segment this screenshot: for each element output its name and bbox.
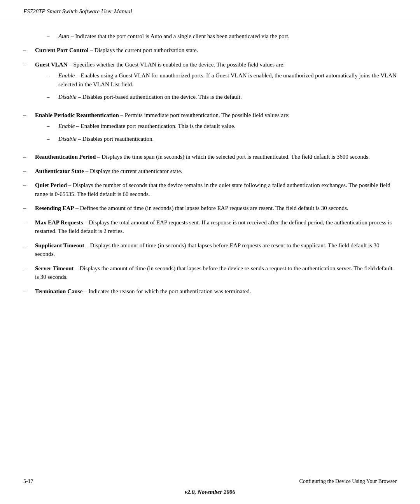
- item-text-enable-guest: Enable – Enables using a Guest VLAN for …: [58, 71, 397, 89]
- guest-vlan-container: Guest VLAN – Specifies whether the Guest…: [35, 60, 397, 105]
- list-item: – Enable – Enables using a Guest VLAN fo…: [35, 71, 397, 89]
- list-item: – Disable – Disables port reauthenticati…: [35, 135, 397, 144]
- dash-icon: –: [23, 181, 35, 190]
- item-text-supplicant-timeout: Supplicant Timeout – Displays the amount…: [35, 241, 397, 259]
- item-text-current-port-control: Current Port Control – Displays the curr…: [35, 46, 397, 55]
- item-text-server-timeout: Server Timeout – Displays the amount of …: [35, 264, 397, 282]
- item-text-max-eap: Max EAP Requests – Displays the total am…: [35, 218, 397, 236]
- list-item: – Resending EAP – Defines the amount of …: [23, 204, 397, 213]
- dash-icon: –: [23, 241, 35, 250]
- page-content: – Auto – Indicates that the port control…: [0, 20, 420, 473]
- reauth-sublist: – Enable – Enables immediate port reauth…: [35, 122, 397, 143]
- list-item: – Reauthentication Period – Displays the…: [23, 152, 397, 161]
- footer-page-number: 5-17: [23, 477, 33, 485]
- page-header: FS728TP Smart Switch Software User Manua…: [0, 0, 420, 20]
- dash-icon: –: [47, 122, 58, 131]
- dash-icon: –: [47, 135, 58, 144]
- item-text-enable-reauth: Enable – Enables immediate port reauthen…: [58, 122, 397, 131]
- dash-icon: –: [47, 32, 58, 41]
- item-text-disable-guest: Disable – Disables port-based authentica…: [58, 93, 397, 102]
- list-item: – Server Timeout – Displays the amount o…: [23, 264, 397, 282]
- page: FS728TP Smart Switch Software User Manua…: [0, 0, 420, 504]
- dash-icon: –: [23, 111, 35, 120]
- reauth-container: Enable Periodic Reauthentication – Permi…: [35, 111, 397, 147]
- list-item: – Enable Periodic Reauthentication – Per…: [23, 111, 397, 147]
- list-item: – Disable – Disables port-based authenti…: [35, 93, 397, 102]
- dash-icon: –: [23, 218, 35, 227]
- main-list: – Auto – Indicates that the port control…: [23, 32, 397, 296]
- list-item: – Quiet Period – Displays the number of …: [23, 181, 397, 198]
- list-item: – Guest VLAN – Specifies whether the Gue…: [23, 60, 397, 105]
- header-title: FS728TP Smart Switch Software User Manua…: [23, 7, 132, 16]
- list-item: – Current Port Control – Displays the cu…: [23, 46, 397, 55]
- item-text-authenticator-state: Authenticator State – Displays the curre…: [35, 167, 397, 176]
- item-text-guest-vlan: Guest VLAN – Specifies whether the Guest…: [35, 61, 285, 68]
- footer-section-title: Configuring the Device Using Your Browse…: [299, 477, 397, 485]
- dash-icon: –: [47, 71, 58, 80]
- dash-icon: –: [23, 264, 35, 273]
- item-text-disable-reauth: Disable – Disables port reauthentication…: [58, 135, 397, 144]
- list-item: – Auto – Indicates that the port control…: [23, 32, 397, 41]
- list-item: – Termination Cause – Indicates the reas…: [23, 287, 397, 296]
- dash-icon: –: [23, 287, 35, 296]
- dash-icon: –: [23, 152, 35, 161]
- list-item: – Enable – Enables immediate port reauth…: [35, 122, 397, 131]
- item-text-reauth-period: Reauthentication Period – Displays the t…: [35, 152, 397, 161]
- footer-top: 5-17 Configuring the Device Using Your B…: [23, 477, 397, 485]
- item-text-auto: Auto – Indicates that the port control i…: [58, 32, 397, 41]
- guest-vlan-sublist: – Enable – Enables using a Guest VLAN fo…: [35, 71, 397, 102]
- item-text-quiet-period: Quiet Period – Displays the number of se…: [35, 181, 397, 198]
- dash-icon: –: [23, 167, 35, 176]
- dash-icon: –: [47, 93, 58, 102]
- list-item: – Authenticator State – Displays the cur…: [23, 167, 397, 176]
- footer-version: v2.0, November 2006: [185, 488, 235, 497]
- page-footer: 5-17 Configuring the Device Using Your B…: [0, 473, 420, 504]
- item-text-resending-eap: Resending EAP – Defines the amount of ti…: [35, 204, 397, 213]
- item-text-enable-periodic-reauth: Enable Periodic Reauthentication – Permi…: [35, 112, 290, 118]
- list-item: – Supplicant Timeout – Displays the amou…: [23, 241, 397, 259]
- list-item: – Max EAP Requests – Displays the total …: [23, 218, 397, 236]
- item-text-termination-cause: Termination Cause – Indicates the reason…: [35, 287, 397, 296]
- dash-icon: –: [23, 204, 35, 213]
- dash-icon: –: [23, 46, 35, 55]
- dash-icon: –: [23, 60, 35, 69]
